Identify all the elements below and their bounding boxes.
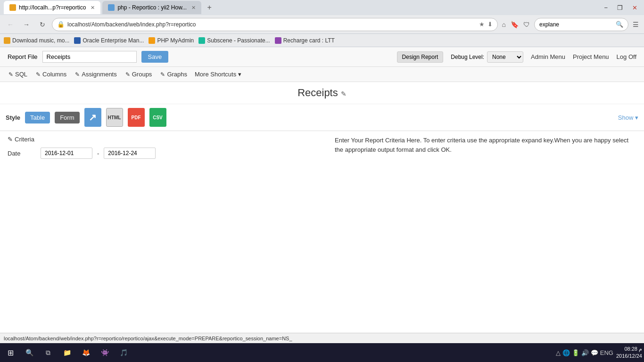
- project-menu-link[interactable]: Project Menu: [573, 53, 609, 60]
- criteria-label: Criteria: [15, 136, 34, 143]
- taskbar-left: ⊞ 🔍 ⧉ 📁 🦊 👾 🎵: [2, 344, 132, 361]
- design-report-button[interactable]: Design Report: [397, 51, 444, 63]
- nav-assignments[interactable]: ✎ Assignments: [74, 69, 117, 80]
- save-button[interactable]: Save: [141, 51, 169, 63]
- bookmark-1-icon: [4, 37, 10, 44]
- url-input[interactable]: [67, 21, 476, 28]
- debug-group: Debug Level: None Low Medium High: [451, 51, 523, 63]
- bookmark-1-label: Download music, mo...: [12, 37, 69, 44]
- date-dash: -: [97, 150, 99, 157]
- search-icon[interactable]: 🔍: [616, 21, 623, 28]
- nav-sql[interactable]: ✎ SQL: [8, 69, 28, 80]
- bookmark-2-icon: [74, 37, 81, 44]
- header-right: Design Report Debug Level: None Low Medi…: [397, 51, 636, 63]
- clock-date: 2016/12/24: [616, 353, 642, 360]
- log-off-link[interactable]: Log Off: [617, 53, 636, 60]
- browser-window: http://localh...p?r=reportico ✕ php - Re…: [0, 0, 644, 362]
- tab-2[interactable]: php - Reportico : yii2 How... ✕: [102, 1, 201, 14]
- shield-icon[interactable]: 🛡: [522, 19, 531, 30]
- tab-1[interactable]: http://localh...p?r=reportico ✕: [4, 1, 100, 14]
- menu-icon[interactable]: ☰: [631, 19, 640, 30]
- tray-message-icon[interactable]: 💬: [591, 349, 598, 356]
- report-file-input[interactable]: [42, 51, 137, 63]
- tray-battery-icon[interactable]: 🔋: [572, 349, 579, 356]
- url-bar-icons: ★ ⬇: [479, 21, 493, 28]
- bookmark-5[interactable]: Recharge card : LTT: [275, 37, 335, 44]
- date-to-input[interactable]: [104, 148, 156, 159]
- taskbar-browser-button[interactable]: 🦊: [77, 344, 94, 361]
- style-form-button[interactable]: Form: [55, 112, 79, 123]
- taskbar-app2-button[interactable]: 🎵: [115, 344, 132, 361]
- maximize-button[interactable]: ❐: [614, 3, 626, 12]
- search-input[interactable]: [539, 21, 614, 28]
- tray-lang-icon[interactable]: ENG: [600, 349, 613, 356]
- pdf-format-button[interactable]: PDF: [128, 108, 145, 127]
- more-shortcuts-link[interactable]: More Shortcuts ▾: [195, 71, 241, 78]
- start-button[interactable]: ⊞: [2, 344, 19, 361]
- bookmark-4[interactable]: Subscene - Passionate...: [198, 37, 270, 44]
- tab-2-close[interactable]: ✕: [191, 5, 196, 11]
- refresh-button[interactable]: ↻: [36, 18, 49, 31]
- tab-1-close[interactable]: ✕: [91, 5, 95, 11]
- tab-1-label: http://localh...p?r=reportico: [19, 4, 86, 11]
- status-bar: localhost/Atom/backend/web/index.php?r=r…: [0, 333, 644, 343]
- nav-groups-label: Groups: [132, 71, 152, 78]
- html-format-button[interactable]: HTML: [106, 108, 123, 127]
- taskbar-app1-button[interactable]: 👾: [96, 344, 113, 361]
- report-title-edit-icon[interactable]: ✎: [341, 90, 347, 98]
- nav-graphs-label: Graphs: [167, 71, 187, 78]
- new-tab-button[interactable]: +: [203, 1, 215, 14]
- taskbar-files-button[interactable]: 📁: [58, 344, 75, 361]
- taskbar-right: △ 🌐 🔋 🔊 💬 ENG 08:28 م 2016/12/24: [556, 346, 642, 360]
- assignments-pencil-icon: ✎: [75, 71, 80, 78]
- bookmark-5-label: Recharge card : LTT: [283, 37, 335, 44]
- bookmark-5-icon: [275, 37, 281, 44]
- run-format-button[interactable]: ↗: [84, 108, 101, 127]
- bookmark-1[interactable]: Download music, mo...: [4, 37, 69, 44]
- admin-menu-link[interactable]: Admin Menu: [531, 53, 565, 60]
- download-icon[interactable]: ⬇: [487, 21, 493, 28]
- star-icon[interactable]: ★: [479, 21, 485, 28]
- nav-sql-label: SQL: [15, 71, 27, 78]
- criteria-header[interactable]: ✎ Criteria: [8, 136, 330, 143]
- debug-level-select[interactable]: None Low Medium High: [487, 51, 523, 63]
- minimize-button[interactable]: −: [601, 3, 611, 12]
- bookmark-icon[interactable]: 🔖: [509, 19, 520, 30]
- date-label: Date: [8, 150, 36, 157]
- tray-volume-icon[interactable]: 🔊: [581, 349, 589, 356]
- home-icon[interactable]: ⌂: [501, 19, 507, 30]
- show-link[interactable]: Show ▾: [618, 114, 638, 121]
- style-left: Style Table Form ↗ HTML PDF CSV: [6, 108, 166, 127]
- nav-columns-label: Columns: [42, 71, 66, 78]
- sql-pencil-icon: ✎: [8, 71, 13, 78]
- back-button[interactable]: ←: [4, 18, 17, 31]
- bookmark-4-label: Subscene - Passionate...: [207, 37, 270, 44]
- nav-graphs[interactable]: ✎ Graphs: [159, 69, 188, 80]
- nav-columns[interactable]: ✎ Columns: [35, 69, 67, 80]
- nav-assignments-label: Assignments: [82, 71, 116, 78]
- tray-network-icon[interactable]: 🌐: [562, 349, 570, 356]
- nav-groups[interactable]: ✎ Groups: [124, 69, 153, 80]
- close-button[interactable]: ✕: [629, 3, 640, 12]
- bookmark-2[interactable]: Oracle Enterprise Man...: [74, 37, 144, 44]
- search-bar: 🔍: [534, 18, 628, 31]
- tray-triangle-icon[interactable]: △: [556, 349, 561, 356]
- taskbar-search-button[interactable]: 🔍: [21, 344, 38, 361]
- address-bar: ← → ↻ 🔒 ★ ⬇ ⌂ 🔖 🛡 🔍 ☰: [0, 15, 644, 34]
- header-left: Report File Save: [8, 51, 168, 63]
- bookmark-3[interactable]: PHP MyAdmin: [149, 37, 194, 44]
- page-content: Report File Save Design Report Debug Lev…: [0, 47, 644, 333]
- taskbar-taskview-button[interactable]: ⧉: [40, 344, 57, 361]
- criteria-pencil-icon: ✎: [8, 136, 13, 143]
- report-title-bar: Receipts ✎: [0, 82, 644, 104]
- date-from-input[interactable]: [41, 148, 92, 159]
- csv-format-button[interactable]: CSV: [149, 108, 166, 127]
- graphs-pencil-icon: ✎: [160, 71, 165, 78]
- bookmark-2-label: Oracle Enterprise Man...: [83, 37, 144, 44]
- columns-pencil-icon: ✎: [36, 71, 41, 78]
- title-bar: http://localh...p?r=reportico ✕ php - Re…: [0, 0, 644, 15]
- forward-button[interactable]: →: [20, 18, 33, 31]
- criteria-left: ✎ Criteria Date -: [8, 136, 330, 163]
- extra-toolbar: ☰: [631, 19, 640, 30]
- style-table-button[interactable]: Table: [25, 112, 50, 123]
